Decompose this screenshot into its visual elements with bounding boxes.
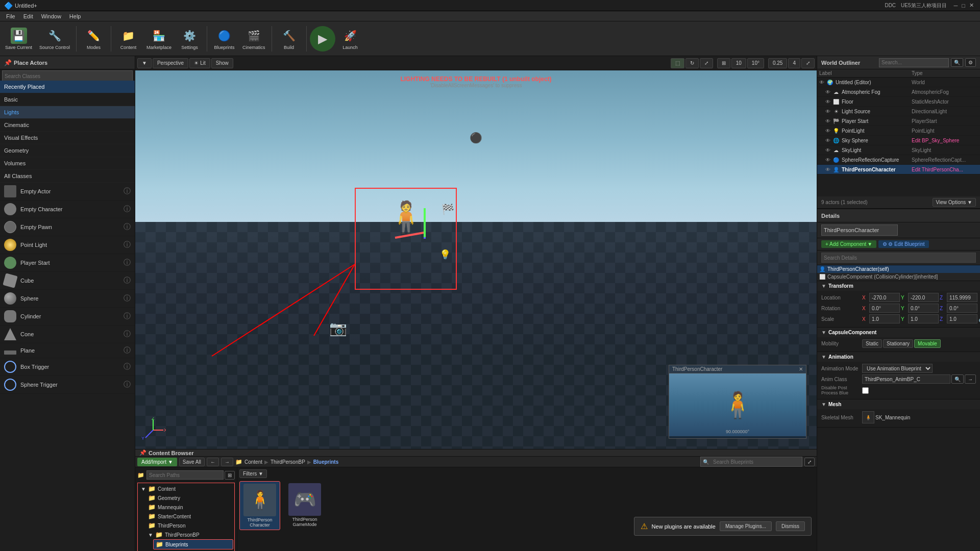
scale-val-btn[interactable]: 0.25 — [768, 58, 787, 68]
save-button[interactable]: 💾 Save Current — [2, 23, 35, 54]
actor-sphere[interactable]: Sphere ⓘ — [0, 290, 135, 308]
lit-btn[interactable]: ☀ Lit — [189, 58, 210, 68]
category-cinematic[interactable]: Cinematic — [0, 119, 135, 132]
grid-size-btn[interactable]: 10 — [731, 58, 746, 68]
comp-capsule[interactable]: ⬜ CapsuleComponent (CollisionCylinder)[i… — [817, 273, 980, 281]
minimize-btn[interactable]: ─ — [954, 3, 958, 9]
wo-vis-light[interactable]: 👁 — [825, 109, 830, 114]
actor-box-trigger[interactable]: Box Trigger ⓘ — [0, 358, 135, 376]
actor-cylinder[interactable]: Cylinder ⓘ — [0, 308, 135, 325]
breadcrumb-thirdpersonbp[interactable]: ThirdPersonBP — [271, 459, 305, 465]
actor-empty-pawn[interactable]: Empty Pawn ⓘ — [0, 218, 135, 236]
show-btn[interactable]: Show — [211, 58, 233, 68]
movable-btn[interactable]: Movable — [914, 339, 941, 348]
actor-empty-actor[interactable]: Empty Actor ⓘ — [0, 183, 135, 201]
launch-button[interactable]: 🚀 Launch — [336, 23, 364, 54]
menu-window[interactable]: Window — [37, 11, 65, 21]
capsule-header[interactable]: ▼ CapsuleComponent — [817, 328, 980, 337]
settings-button[interactable]: ⚙️ Settings — [176, 23, 204, 54]
wo-vis-floor[interactable]: 👁 — [825, 99, 830, 105]
actor-plane[interactable]: Plane ⓘ — [0, 343, 135, 358]
filters-button[interactable]: Filters ▼ — [239, 469, 267, 478]
expand-cb-btn[interactable]: ⤢ — [804, 458, 815, 466]
dp-name-input[interactable] — [821, 224, 898, 236]
scale-z-input[interactable] — [947, 314, 977, 323]
wo-row-skysphere[interactable]: 👁 🌐 Sky Sphere Edit BP_Sky_Sphere — [817, 136, 980, 145]
asset-thirdperson-character[interactable]: 🧍 ThirdPerson Character — [239, 481, 280, 530]
perspective-btn[interactable]: Perspective — [153, 58, 188, 68]
actor-point-light[interactable]: Point Light ⓘ — [0, 236, 135, 254]
location-y-input[interactable] — [908, 293, 939, 302]
nav-back-button[interactable]: ← — [207, 458, 219, 466]
add-import-button[interactable]: Add/Import ▼ — [137, 458, 177, 466]
build-button[interactable]: 🔨 Build — [275, 23, 303, 54]
wo-vis-untitled[interactable]: 👁 — [819, 80, 824, 85]
edit-blueprint-button[interactable]: ⚙ ⚙ Edit Blueprint — [878, 240, 928, 248]
actor-cube[interactable]: Cube ⓘ — [0, 272, 135, 290]
source-control-button[interactable]: 🔧 Source Control — [36, 23, 73, 54]
category-lights[interactable]: Lights — [0, 106, 135, 119]
content-button[interactable]: 📁 Content — [114, 23, 142, 54]
view-options-btn[interactable]: View Options ▼ — [933, 198, 976, 207]
comp-self[interactable]: 👤 ThirdPersonCharacter(self) — [817, 265, 980, 273]
rotate-btn[interactable]: ↻ — [685, 58, 699, 68]
maximize-viewport-btn[interactable]: ⤢ — [801, 58, 815, 68]
mini-preview-close[interactable]: ✕ — [799, 366, 803, 372]
dismiss-button[interactable]: Dismiss — [776, 521, 805, 531]
wo-settings-btn[interactable]: ⚙ — [965, 58, 976, 67]
folder-content[interactable]: ▼ 📁 Content — [139, 484, 233, 493]
menu-file[interactable]: File — [2, 11, 19, 21]
wo-row-untitled[interactable]: 👁 🌍 Untitled (Editor) World — [817, 78, 980, 87]
menu-help[interactable]: Help — [65, 11, 85, 21]
maximize-btn[interactable]: □ — [962, 3, 965, 9]
viewport-dropdown-btn[interactable]: ▼ — [137, 58, 152, 68]
blueprints-button[interactable]: 🔵 Blueprints — [210, 23, 238, 54]
stationary-btn[interactable]: Stationary — [883, 339, 913, 348]
actor-player-start[interactable]: Player Start ⓘ — [0, 254, 135, 272]
breadcrumb-blueprints[interactable]: Blueprints — [313, 459, 338, 465]
modes-button[interactable]: ✏️ Modes — [80, 23, 108, 54]
angle-btn[interactable]: 10° — [747, 58, 764, 68]
category-geometry[interactable]: Geometry — [0, 144, 135, 157]
nav-forward-button[interactable]: → — [221, 458, 233, 466]
wo-vis-pl[interactable]: 👁 — [825, 128, 830, 134]
menu-edit[interactable]: Edit — [19, 11, 37, 21]
rotation-x-input[interactable] — [869, 304, 900, 313]
cinematics-button[interactable]: 🎬 Cinematics — [239, 23, 268, 54]
wo-row-floor[interactable]: 👁 ⬜ Floor StaticMeshActor — [817, 97, 980, 107]
location-z-input[interactable] — [947, 293, 977, 302]
wo-vis-tpc[interactable]: 👁 — [825, 167, 830, 172]
location-x-input[interactable] — [869, 293, 900, 302]
folder-third-person-bp[interactable]: ▼ 📁 ThirdPersonBP — [146, 530, 233, 539]
anim-mode-select[interactable]: Use Animation Blueprint — [862, 364, 933, 373]
wo-vis-sky[interactable]: 👁 — [825, 138, 830, 143]
scale-y-input[interactable] — [908, 314, 939, 323]
category-visual-effects[interactable]: Visual Effects — [0, 132, 135, 144]
dp-search-input[interactable] — [821, 253, 976, 263]
wo-vis-sr[interactable]: 👁 — [825, 157, 830, 163]
actor-empty-character[interactable]: Empty Character ⓘ — [0, 201, 135, 218]
manage-plugins-button[interactable]: Manage Plugins... — [720, 521, 772, 531]
grid-btn[interactable]: ⊞ — [717, 58, 730, 68]
cb-view-toggle[interactable]: ⊞ — [225, 471, 235, 480]
marketplace-button[interactable]: 🏪 Marketplace — [143, 23, 175, 54]
scale-btn[interactable]: ⤢ — [700, 58, 713, 68]
wo-row-playerstart[interactable]: 👁 🏁 Player Start PlayerStart — [817, 116, 980, 126]
wo-row-sphere-reflect[interactable]: 👁 🔵 SphereReflectionCapture SphereReflec… — [817, 155, 980, 165]
folder-geometry[interactable]: 📁 Geometry — [146, 493, 233, 503]
save-all-button[interactable]: Save All — [179, 458, 205, 466]
breadcrumb-content[interactable]: Content — [244, 459, 262, 465]
viewport[interactable]: LIGHTING NEEDS TO BE REBUILT (1 unbuilt … — [135, 70, 817, 449]
wo-vis-fog[interactable]: 👁 — [825, 89, 830, 95]
category-volumes[interactable]: Volumes — [0, 157, 135, 170]
anim-class-search-btn[interactable]: 🔍 — [951, 374, 964, 384]
search-classes-input[interactable] — [2, 70, 133, 82]
animation-header[interactable]: ▼ Animation — [817, 352, 980, 362]
cb-search-input[interactable] — [711, 459, 802, 465]
actor-cone[interactable]: Cone ⓘ — [0, 325, 135, 343]
category-recently-placed[interactable]: Recently Placed — [0, 81, 135, 93]
folder-mannequin[interactable]: 📁 Mannequin — [146, 503, 233, 512]
asset-thirdperson-gamemode[interactable]: 🎮 ThirdPerson GameMode — [284, 481, 325, 530]
wo-search-btn[interactable]: 🔍 — [951, 58, 963, 67]
add-component-button[interactable]: + Add Component ▼ — [821, 240, 876, 248]
